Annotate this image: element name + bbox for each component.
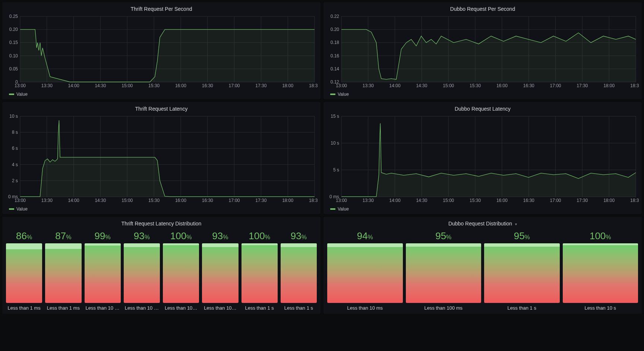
svg-text:17:00: 17:00 <box>229 83 240 88</box>
gauge-value: 100% <box>163 230 199 243</box>
panel-title: Dubbo Request Per Second <box>326 4 639 14</box>
gauge-label: Less than 1 ms <box>6 303 42 311</box>
svg-text:15:00: 15:00 <box>443 198 454 203</box>
chart-area[interactable]: 0 ms2 s4 s6 s8 s10 s13:0013:3014:0014:30… <box>5 114 318 204</box>
gauge-value: 95% <box>484 230 560 243</box>
gauge-item: 100%Less than 1 s <box>242 230 278 311</box>
svg-text:13:30: 13:30 <box>363 198 374 203</box>
gauge-bar <box>484 243 560 303</box>
svg-text:13:00: 13:00 <box>15 83 26 88</box>
svg-text:13:00: 13:00 <box>336 83 347 88</box>
svg-text:17:30: 17:30 <box>255 83 266 88</box>
gauge-value: 86% <box>6 230 42 243</box>
svg-text:17:30: 17:30 <box>577 198 588 203</box>
gauge-bar <box>163 243 199 303</box>
gauge-value: 93% <box>124 230 160 243</box>
gauge-label: Less than 10 ms <box>327 303 403 311</box>
svg-text:14:30: 14:30 <box>95 198 106 203</box>
chart-legend[interactable]: Value <box>326 204 639 212</box>
panel-thrift-rps[interactable]: Thrift Request Per Second 00.050.100.150… <box>2 2 321 99</box>
svg-text:0.15: 0.15 <box>9 40 18 45</box>
gauge-bar <box>406 243 482 303</box>
svg-text:14:30: 14:30 <box>416 83 427 88</box>
svg-text:10 s: 10 s <box>331 140 339 146</box>
panel-title: Thrift Request Latency <box>5 104 318 114</box>
svg-text:16:00: 16:00 <box>496 83 508 88</box>
gauge-bar <box>242 243 278 303</box>
chevron-down-icon[interactable]: ▾ <box>515 222 517 226</box>
gauge-bar <box>563 243 638 303</box>
legend-color-swatch <box>330 94 335 95</box>
chart-svg: 00.050.100.150.200.2513:0013:3014:0014:3… <box>5 14 318 89</box>
dashboard-grid: Thrift Request Per Second 00.050.100.150… <box>0 0 644 351</box>
gauge-bar <box>45 243 81 303</box>
svg-text:18:30: 18:30 <box>309 198 318 203</box>
chart-legend[interactable]: Value <box>5 89 318 97</box>
svg-text:17:00: 17:00 <box>550 83 561 88</box>
legend-color-swatch <box>9 94 14 95</box>
svg-text:15 s: 15 s <box>331 114 339 119</box>
svg-text:17:30: 17:30 <box>577 83 588 88</box>
svg-text:18:00: 18:00 <box>603 198 615 203</box>
svg-text:14:00: 14:00 <box>68 198 79 203</box>
gauge-item: 95%Less than 1 s <box>484 230 560 311</box>
gauge-item: 94%Less than 10 ms <box>327 230 403 311</box>
gauge-item: 100%Less than 10… <box>163 230 199 311</box>
gauge-bar <box>202 243 238 303</box>
chart-area[interactable]: 00.050.100.150.200.2513:0013:3014:0014:3… <box>5 14 318 89</box>
svg-text:0.25: 0.25 <box>9 14 18 19</box>
panel-dubbo-latency[interactable]: Dubbo Request Latency 0 ms5 s10 s15 s13:… <box>323 102 642 214</box>
legend-color-swatch <box>330 208 335 210</box>
panel-thrift-latency[interactable]: Thrift Request Latency 0 ms2 s4 s6 s8 s1… <box>2 102 321 214</box>
gauge-value: 95% <box>406 230 482 243</box>
svg-text:17:30: 17:30 <box>255 198 266 203</box>
svg-text:16:00: 16:00 <box>175 198 186 203</box>
gauge-label: Less than 10… <box>163 303 199 311</box>
gauge-bar <box>327 243 403 303</box>
svg-text:15:00: 15:00 <box>121 83 133 88</box>
chart-svg: 0 ms2 s4 s6 s8 s10 s13:0013:3014:0014:30… <box>5 114 318 204</box>
svg-text:15:00: 15:00 <box>443 83 454 88</box>
gauge-label: Less than 10 s <box>563 303 638 311</box>
svg-text:15:30: 15:30 <box>470 83 481 88</box>
gauge-bar <box>6 243 42 303</box>
svg-text:15:30: 15:30 <box>148 83 160 88</box>
svg-text:0.14: 0.14 <box>331 66 340 72</box>
legend-label: Value <box>16 206 28 212</box>
gauge-item: 93%Less than 1 s <box>281 230 317 311</box>
svg-text:0.16: 0.16 <box>331 53 340 58</box>
gauge-item: 87%Less than 1 ms <box>45 230 81 311</box>
svg-text:0.20: 0.20 <box>331 27 340 32</box>
gauge-label: Less than 1 s <box>242 303 278 311</box>
chart-legend[interactable]: Value <box>326 89 639 97</box>
svg-text:18:30: 18:30 <box>309 83 318 88</box>
svg-text:16:30: 16:30 <box>202 198 213 203</box>
gauge-label: Less than 10 … <box>85 303 121 311</box>
panel-dubbo-distribution[interactable]: Dubbo Request Distribution ▾ 94%Less tha… <box>323 217 642 314</box>
svg-text:18:00: 18:00 <box>282 83 293 88</box>
svg-text:17:00: 17:00 <box>550 198 561 203</box>
legend-label: Value <box>16 92 28 97</box>
svg-text:18:30: 18:30 <box>630 198 639 203</box>
chart-legend[interactable]: Value <box>5 204 318 212</box>
chart-area[interactable]: 0.120.140.160.180.200.2213:0013:3014:001… <box>326 14 639 89</box>
gauge-value: 93% <box>202 230 238 243</box>
gauge-item: 93%Less than 10… <box>202 230 238 311</box>
svg-text:8 s: 8 s <box>12 130 18 135</box>
chart-area[interactable]: 0 ms5 s10 s15 s13:0013:3014:0014:3015:00… <box>326 114 639 204</box>
svg-text:14:00: 14:00 <box>389 83 401 88</box>
svg-text:13:30: 13:30 <box>41 83 53 88</box>
svg-text:13:30: 13:30 <box>363 83 374 88</box>
gauge-item: 100%Less than 10 s <box>563 230 638 311</box>
panel-dubbo-rps[interactable]: Dubbo Request Per Second 0.120.140.160.1… <box>323 2 642 99</box>
svg-text:18:00: 18:00 <box>282 198 293 203</box>
gauge-item: 86%Less than 1 ms <box>6 230 42 311</box>
svg-text:14:30: 14:30 <box>416 198 427 203</box>
gauge-item: 95%Less than 100 ms <box>406 230 482 311</box>
panel-thrift-distribution[interactable]: Thrift Request Latency Distribution 86%L… <box>2 217 321 314</box>
legend-label: Value <box>338 206 349 212</box>
svg-text:0.18: 0.18 <box>331 40 340 45</box>
gauge-item: 99%Less than 10 … <box>85 230 121 311</box>
svg-text:0.10: 0.10 <box>9 53 18 58</box>
gauge-bar <box>124 243 160 303</box>
